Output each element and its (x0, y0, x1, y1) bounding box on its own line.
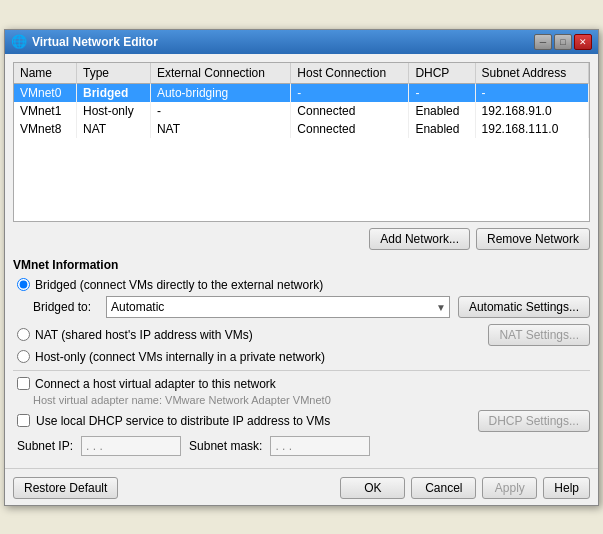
window-title: Virtual Network Editor (32, 35, 158, 49)
cell-type: Bridged (76, 83, 150, 102)
adapter-name-row: Host virtual adapter name: VMware Networ… (13, 394, 590, 406)
dhcp-settings-button[interactable]: DHCP Settings... (478, 410, 590, 432)
network-table: Name Type External Connection Host Conne… (14, 63, 589, 138)
network-table-container: Name Type External Connection Host Conne… (13, 62, 590, 222)
table-action-buttons: Add Network... Remove Network (13, 228, 590, 250)
dhcp-row: Use local DHCP service to distribute IP … (13, 410, 590, 432)
col-type: Type (76, 63, 150, 84)
subnet-mask-label: Subnet mask: (189, 439, 262, 453)
automatic-settings-button[interactable]: Automatic Settings... (458, 296, 590, 318)
cell-external: NAT (150, 120, 290, 138)
window-icon: 🌐 (11, 34, 27, 49)
use-dhcp-checkbox[interactable] (17, 414, 30, 427)
cell-dhcp: Enabled (409, 120, 475, 138)
hostonly-radio-row: Host-only (connect VMs internally in a p… (13, 350, 590, 364)
table-row[interactable]: VMnet8 NAT NAT Connected Enabled 192.168… (14, 120, 589, 138)
connect-adapter-row: Connect a host virtual adapter to this n… (13, 377, 590, 391)
cell-name: VMnet1 (14, 102, 76, 120)
cell-host: - (291, 83, 409, 102)
virtual-network-editor-window: 🌐 Virtual Network Editor ─ □ ✕ Name Type… (4, 29, 599, 506)
bridged-to-dropdown[interactable]: Automatic (106, 296, 450, 318)
main-content: Name Type External Connection Host Conne… (5, 54, 598, 464)
close-button[interactable]: ✕ (574, 34, 592, 50)
subnet-ip-input[interactable] (81, 436, 181, 456)
bridged-to-row: Bridged to: Automatic ▼ Automatic Settin… (13, 296, 590, 318)
bottom-bar: Restore Default OK Cancel Apply Help (5, 468, 598, 505)
col-host: Host Connection (291, 63, 409, 84)
adapter-name-text: Host virtual adapter name: VMware Networ… (33, 394, 331, 406)
table-body: VMnet0 Bridged Auto-bridging - - - VMnet… (14, 83, 589, 138)
remove-network-button[interactable]: Remove Network (476, 228, 590, 250)
connect-adapter-checkbox[interactable] (17, 377, 30, 390)
cell-external: Auto-bridging (150, 83, 290, 102)
hostonly-radio[interactable] (17, 350, 30, 363)
subnet-mask-input[interactable] (270, 436, 370, 456)
subnet-row: Subnet IP: Subnet mask: (13, 436, 590, 456)
bridged-radio[interactable] (17, 278, 30, 291)
nat-label: NAT (shared host's IP address with VMs) (35, 328, 253, 342)
title-buttons: ─ □ ✕ (534, 34, 592, 50)
apply-button[interactable]: Apply (482, 477, 537, 499)
bridged-to-label: Bridged to: (33, 300, 98, 314)
use-dhcp-label: Use local DHCP service to distribute IP … (36, 414, 472, 428)
table-header: Name Type External Connection Host Conne… (14, 63, 589, 84)
title-bar: 🌐 Virtual Network Editor ─ □ ✕ (5, 30, 598, 54)
cell-subnet: 192.168.91.0 (475, 102, 588, 120)
help-button[interactable]: Help (543, 477, 590, 499)
bridged-radio-row: Bridged (connect VMs directly to the ext… (13, 278, 590, 292)
col-dhcp: DHCP (409, 63, 475, 84)
table-row[interactable]: VMnet0 Bridged Auto-bridging - - - (14, 83, 589, 102)
cell-host: Connected (291, 120, 409, 138)
vmnet-info-title: VMnet Information (13, 258, 590, 272)
cell-type: NAT (76, 120, 150, 138)
subnet-ip-label: Subnet IP: (17, 439, 73, 453)
cell-name: VMnet0 (14, 83, 76, 102)
cell-external: - (150, 102, 290, 120)
cell-dhcp: - (409, 83, 475, 102)
hostonly-label: Host-only (connect VMs internally in a p… (35, 350, 325, 364)
add-network-button[interactable]: Add Network... (369, 228, 470, 250)
cell-dhcp: Enabled (409, 102, 475, 120)
maximize-button[interactable]: □ (554, 34, 572, 50)
bottom-right-buttons: OK Cancel Apply Help (340, 477, 590, 499)
cell-type: Host-only (76, 102, 150, 120)
cell-subnet: - (475, 83, 588, 102)
title-bar-left: 🌐 Virtual Network Editor (11, 34, 158, 49)
cell-name: VMnet8 (14, 120, 76, 138)
ok-button[interactable]: OK (340, 477, 405, 499)
minimize-button[interactable]: ─ (534, 34, 552, 50)
table-row[interactable]: VMnet1 Host-only - Connected Enabled 192… (14, 102, 589, 120)
nat-radio-row: NAT (shared host's IP address with VMs) … (13, 324, 590, 346)
bridged-label: Bridged (connect VMs directly to the ext… (35, 278, 323, 292)
cancel-button[interactable]: Cancel (411, 477, 476, 499)
nat-settings-button[interactable]: NAT Settings... (488, 324, 590, 346)
col-name: Name (14, 63, 76, 84)
bridged-to-dropdown-wrap: Automatic ▼ (106, 296, 450, 318)
restore-default-button[interactable]: Restore Default (13, 477, 118, 499)
cell-subnet: 192.168.111.0 (475, 120, 588, 138)
vmnet-info-section: VMnet Information Bridged (connect VMs d… (13, 258, 590, 456)
connect-adapter-label: Connect a host virtual adapter to this n… (35, 377, 276, 391)
col-subnet: Subnet Address (475, 63, 588, 84)
col-external: External Connection (150, 63, 290, 84)
cell-host: Connected (291, 102, 409, 120)
nat-radio[interactable] (17, 328, 30, 341)
